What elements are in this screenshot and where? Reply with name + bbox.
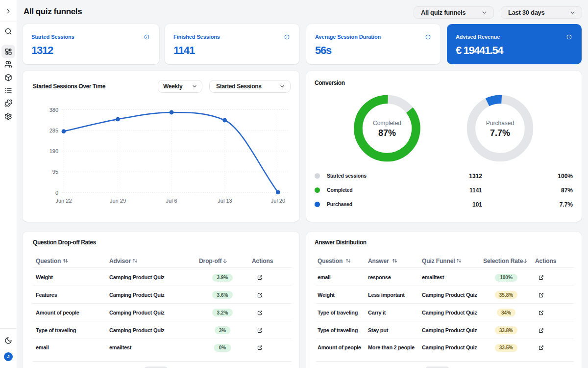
svg-text:87%: 87% [378, 128, 396, 138]
svg-text:190: 190 [49, 148, 58, 154]
svg-text:285: 285 [49, 128, 58, 133]
svg-text:0: 0 [55, 190, 58, 196]
svg-text:380: 380 [49, 107, 58, 113]
svg-text:Jul 13: Jul 13 [218, 198, 232, 204]
svg-text:Jul 6: Jul 6 [166, 198, 177, 204]
svg-text:95: 95 [52, 169, 58, 175]
svg-text:Jun 29: Jun 29 [110, 198, 126, 204]
svg-text:Jul 20: Jul 20 [271, 198, 285, 204]
svg-text:Purchased: Purchased [486, 120, 514, 127]
svg-text:Completed: Completed [373, 120, 401, 127]
svg-text:Jun 22: Jun 22 [55, 198, 72, 204]
svg-text:7.7%: 7.7% [490, 128, 510, 138]
